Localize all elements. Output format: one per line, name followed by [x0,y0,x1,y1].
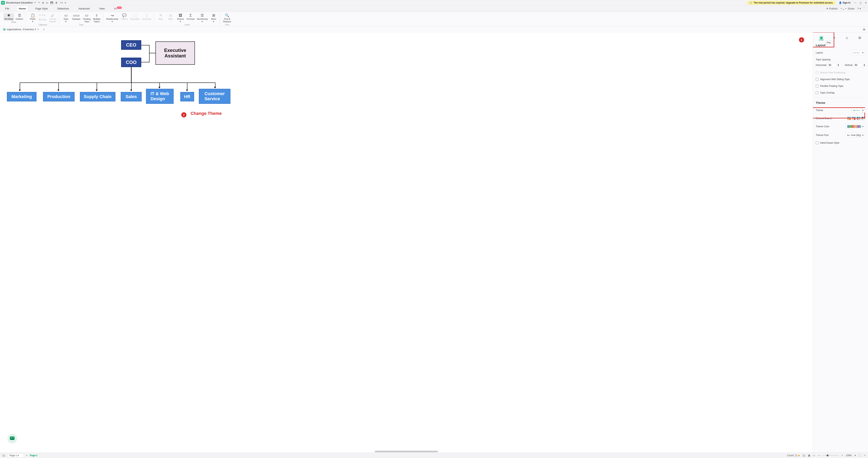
node-exec-assistant[interactable]: ExecutiveAssistant [155,41,195,65]
page-select[interactable]: Page-1 ▾ [7,454,24,457]
relationship-button[interactable]: ↝Relationship▾ [105,13,119,23]
help-icon[interactable]: ? ▾ [857,7,861,10]
collapse-ribbon-icon[interactable]: ˆ [864,7,864,10]
publish-button[interactable]: ✈ Publish [826,7,837,10]
numbering-button[interactable]: ☰Numbering▾ [196,13,208,23]
zoom-slider[interactable] [823,455,839,456]
note-button[interactable]: ✎Note [156,13,165,23]
horizontal-input[interactable] [828,63,836,67]
view-read-icon[interactable]: ▭ [813,454,815,457]
document-tab[interactable]: organizationa...ll business 3 ✕ [2,27,41,32]
node-coo[interactable]: COO [121,58,141,67]
menu-home[interactable]: Home [17,6,27,11]
node-ceo[interactable]: CEO [121,40,141,50]
format-painter-button[interactable]: 🖌Format Painter [48,13,57,23]
close-icon[interactable]: ✕ [865,1,867,4]
find-replace-button[interactable]: 🔍Find & Replace [222,13,232,23]
picture-button[interactable]: 🖼Picture▾ [176,13,185,23]
group-mode-label: Mode [11,21,16,23]
topic-overlap-checkbox[interactable]: Topic Overlap [816,91,865,94]
view-outline-icon[interactable]: ▯▯ [803,454,805,457]
menu-file[interactable]: File [4,6,11,11]
node-production[interactable]: Production [43,92,74,101]
node-hr[interactable]: HR [180,92,194,101]
copy-button[interactable]: ⧉Copy [38,18,48,22]
theme-color-select[interactable]: ▾ [845,124,865,129]
ai-assistant-button[interactable] [8,434,17,442]
qat-more-icon[interactable]: ▾ [65,1,66,4]
share-button[interactable]: ⚬⚊⚬ Share [840,7,855,10]
topic-button[interactable]: ▭Topic▾ [61,13,70,23]
export-icon[interactable]: ⇪▾ [60,1,63,4]
flexible-floating-checkbox[interactable]: Flexible Floating Topic [816,85,865,87]
menu-ai[interactable]: AIHot [113,6,123,11]
undo-icon[interactable]: ↶ [34,1,36,4]
outliner-button[interactable]: ☰Outliner [15,13,24,21]
summary-button[interactable]: ⟩Summary [141,13,152,23]
hand-drawn-checkbox[interactable]: Hand-Drawn Style [816,142,865,144]
ribbon: ✱MindMap ☰Outliner Mode 📋Paste▾ ✂Cut ⧉Co… [0,12,868,26]
fit-screen-icon[interactable]: ⛶ [859,454,861,457]
open-icon[interactable]: 🗁 [46,1,48,4]
panel-tab-settings[interactable]: ⚙ [857,35,862,40]
zoom-level[interactable]: 108% [846,454,852,457]
add-page-button[interactable]: + [26,454,27,457]
cut-icon: ✂ [39,13,41,17]
stepper-icon[interactable]: ▲▼ [837,64,839,66]
annotation-badge-2: 2 [181,112,186,117]
menu-slideshow[interactable]: Slideshow [56,6,70,11]
fullscreen-icon[interactable]: ⤢ [864,454,866,457]
menu-advanced[interactable]: Advanced [77,6,91,11]
multiple-topics-button[interactable]: ⫴Multiple Topics [92,13,101,23]
zoom-out-button[interactable]: — [818,454,820,457]
align-sibling-checkbox[interactable]: Alignment With Sibling Topic [816,78,865,81]
stepper-icon[interactable]: ▲▼ [864,64,865,66]
theme-font-select[interactable]: AaArial (Big)▾ [845,133,865,138]
theme-select[interactable]: ●═══▾ [851,108,865,113]
node-marketing[interactable]: Marketing [7,92,36,101]
canvas[interactable]: CEO COO ExecutiveAssistant Marketing Pro… [0,32,813,453]
view-grid-icon[interactable]: ▦ [808,454,810,457]
layout-label: Layout [816,51,823,54]
node-supply-chain[interactable]: Supply Chain [80,92,115,101]
boundary-button[interactable]: ⬚Boundary [130,13,141,23]
paste-button[interactable]: 📋Paste▾ [28,13,37,23]
node-sales[interactable]: Sales [121,92,142,101]
node-customer-service[interactable]: Customer Service [199,89,230,104]
save-icon[interactable]: 💾 [50,1,53,4]
sign-in-button[interactable]: 👤 Sign In [839,1,850,4]
mark-button[interactable]: ◎Mark [166,13,175,23]
group-find-label: Find [225,24,229,26]
note-icon: ✎ [159,13,162,18]
annotation-badge-1: 1 [799,37,804,42]
floating-topic-button[interactable]: ▭Floating Topic [82,13,91,23]
layout-select[interactable]: ▭─▭▾ [851,50,865,55]
node-it-web[interactable]: IT & Web Design [146,89,174,104]
pages-icon[interactable]: ▯▯ [2,454,5,457]
subtopic-button[interactable]: ▭▭Subtopic [71,13,81,23]
zoom-in-button[interactable]: + [842,454,843,457]
more-button[interactable]: ⊞More▾ [209,13,218,23]
formula-icon: Σ [190,13,192,18]
menu-view[interactable]: View [98,6,106,11]
horizontal-scrollbar[interactable] [0,451,813,453]
annotation-box-1 [813,32,834,48]
panel-toggle-icon[interactable]: ▣ [862,27,866,31]
cut-button[interactable]: ✂Cut [38,13,48,17]
minimize-icon[interactable]: — [854,1,856,4]
callout-button[interactable]: 💬Callout [120,13,129,23]
menu-page-style[interactable]: Page Style [34,6,49,11]
branch-free-checkbox[interactable]: Branch Free Positioning [816,71,865,74]
vertical-input[interactable] [854,63,862,67]
close-tab-icon[interactable]: ✕ [37,28,39,31]
new-icon[interactable]: ⊞ [42,1,44,4]
maximize-icon[interactable]: ▢ [860,1,862,4]
panel-tab-emoji[interactable]: ☺ [844,35,849,40]
trial-banner[interactable]: 🛒 The trial period has expired. Upgrade … [747,1,836,5]
mindmap-button[interactable]: ✱MindMap [4,13,14,21]
formula-button[interactable]: ΣFormula [186,13,195,23]
redo-icon[interactable]: ↷ [38,1,40,4]
print-icon[interactable]: 🖶 [55,1,58,4]
side-panel: Map ▣ ✦ ☺ ⚙ Layout Layout ▭─▭▾ Topic Spa… [813,32,868,453]
add-tab-button[interactable]: + [42,27,46,32]
